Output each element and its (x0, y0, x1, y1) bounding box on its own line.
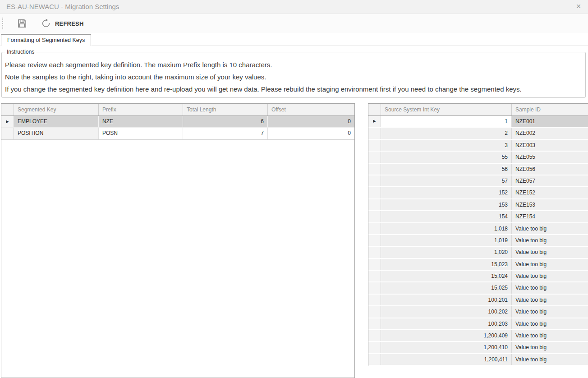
cell-sample-id[interactable]: NZE002 (512, 128, 588, 138)
table-row[interactable]: ▶ 1,020 Value too big (368, 247, 588, 258)
table-row[interactable]: ▶ 1,200,411 Value too big (368, 354, 588, 366)
cell-sample-id[interactable]: NZE056 (512, 164, 588, 175)
cell-source-system-int-key[interactable]: 3 (381, 140, 512, 151)
column-header-prefix[interactable]: Prefix (99, 104, 183, 115)
cell-source-system-int-key[interactable]: 153 (381, 199, 512, 210)
cell-sample-id[interactable]: NZE003 (512, 140, 588, 151)
toolbar-gripper[interactable] (2, 18, 3, 29)
cell-source-system-int-key[interactable]: 1,200,410 (381, 342, 512, 353)
cell-sample-id[interactable]: Value too big (512, 282, 588, 293)
cell-segmented-key[interactable]: POSITION (14, 128, 99, 139)
column-header-sample-id[interactable]: Sample ID (512, 104, 588, 115)
table-row[interactable]: ▶ 15,024 Value too big (368, 271, 588, 282)
table-row[interactable]: ▶ 1 NZE001 (368, 116, 588, 128)
cell-sample-id[interactable]: NZE001 (512, 116, 588, 127)
row-selector[interactable]: ▶ (368, 282, 381, 293)
table-row[interactable]: ▶ 154 NZE154 (368, 211, 588, 223)
table-row[interactable]: ▶ POSITION POSN 7 0 (1, 128, 354, 139)
cell-total-length[interactable]: 7 (183, 128, 268, 139)
column-header-segmented-key[interactable]: Segmented Key (14, 104, 99, 115)
cell-source-system-int-key[interactable]: 100,201 (381, 295, 512, 305)
table-row[interactable]: ▶ 1,200,409 Value too big (368, 330, 588, 342)
cell-sample-id[interactable]: NZE154 (512, 211, 588, 222)
row-selector[interactable]: ▶ (368, 152, 381, 162)
cell-sample-id[interactable]: Value too big (512, 223, 588, 234)
cell-sample-id[interactable]: Value too big (512, 342, 588, 353)
row-selector[interactable]: ▶ (368, 223, 381, 234)
table-row[interactable]: ▶ 15,025 Value too big (368, 282, 588, 294)
row-selector[interactable]: ▶ (1, 116, 14, 127)
cell-sample-id[interactable]: NZE152 (512, 187, 588, 198)
row-selector[interactable]: ▶ (368, 306, 381, 317)
cell-source-system-int-key[interactable]: 15,024 (381, 271, 512, 281)
table-row[interactable]: ▶ 15,023 Value too big (368, 259, 588, 271)
cell-source-system-int-key[interactable]: 57 (381, 175, 512, 186)
cell-sample-id[interactable]: Value too big (512, 271, 588, 281)
cell-source-system-int-key[interactable]: 1,200,409 (381, 330, 512, 341)
cell-source-system-int-key[interactable]: 100,203 (381, 318, 512, 329)
cell-prefix[interactable]: NZE (99, 116, 183, 127)
cell-sample-id[interactable]: Value too big (512, 318, 588, 329)
cell-offset[interactable]: 0 (268, 116, 354, 127)
cell-sample-id[interactable]: Value too big (512, 295, 588, 305)
cell-source-system-int-key[interactable]: 2 (381, 128, 512, 138)
row-selector[interactable]: ▶ (368, 259, 381, 270)
row-selector[interactable]: ▶ (368, 116, 381, 127)
table-row[interactable]: ▶ 152 NZE152 (368, 187, 588, 199)
cell-sample-id[interactable]: Value too big (512, 259, 588, 270)
table-row[interactable]: ▶ EMPLOYEE NZE 6 0 (1, 116, 354, 128)
cell-sample-id[interactable]: Value too big (512, 235, 588, 246)
cell-source-system-int-key[interactable]: 15,025 (381, 282, 512, 293)
cell-source-system-int-key[interactable]: 152 (381, 187, 512, 198)
row-selector[interactable]: ▶ (368, 342, 381, 353)
row-selector[interactable]: ▶ (368, 164, 381, 175)
table-row[interactable]: ▶ 55 NZE055 (368, 152, 588, 163)
row-selector[interactable]: ▶ (368, 295, 381, 305)
row-selector[interactable]: ▶ (368, 271, 381, 281)
row-selector[interactable]: ▶ (368, 175, 381, 186)
table-row[interactable]: ▶ 100,203 Value too big (368, 318, 588, 330)
table-row[interactable]: ▶ 100,202 Value too big (368, 306, 588, 318)
cell-total-length[interactable]: 6 (183, 116, 268, 127)
cell-source-system-int-key[interactable]: 15,023 (381, 259, 512, 270)
table-row[interactable]: ▶ 1,200,410 Value too big (368, 342, 588, 354)
column-header-offset[interactable]: Offset (268, 104, 354, 115)
cell-source-system-int-key[interactable]: 154 (381, 211, 512, 222)
row-selector[interactable]: ▶ (368, 211, 381, 222)
row-selector[interactable]: ▶ (368, 330, 381, 341)
row-selector[interactable]: ▶ (368, 318, 381, 329)
row-selector[interactable]: ▶ (368, 199, 381, 210)
tab-formatting-of-segmented-keys[interactable]: Formatting of Segmented Keys (1, 34, 91, 46)
cell-source-system-int-key[interactable]: 55 (381, 152, 512, 162)
table-row[interactable]: ▶ 1,018 Value too big (368, 223, 588, 235)
table-row[interactable]: ▶ 100,201 Value too big (368, 295, 588, 306)
row-selector[interactable]: ▶ (368, 247, 381, 258)
cell-segmented-key[interactable]: EMPLOYEE (14, 116, 99, 127)
cell-sample-id[interactable]: Value too big (512, 354, 588, 365)
cell-source-system-int-key[interactable]: 1,020 (381, 247, 512, 258)
cell-source-system-int-key[interactable]: 56 (381, 164, 512, 175)
cell-sample-id[interactable]: NZE153 (512, 199, 588, 210)
cell-source-system-int-key[interactable]: 1 (381, 116, 512, 127)
row-selector[interactable]: ▶ (368, 187, 381, 198)
cell-sample-id[interactable]: NZE057 (512, 175, 588, 186)
row-selector[interactable]: ▶ (1, 128, 14, 139)
cell-sample-id[interactable]: Value too big (512, 330, 588, 341)
close-icon[interactable]: × (571, 0, 586, 14)
cell-sample-id[interactable]: Value too big (512, 247, 588, 258)
refresh-button[interactable]: REFRESH (38, 17, 87, 30)
cell-source-system-int-key[interactable]: 100,202 (381, 306, 512, 317)
cell-prefix[interactable]: POSN (99, 128, 183, 139)
cell-source-system-int-key[interactable]: 1,200,411 (381, 354, 512, 365)
table-row[interactable]: ▶ 1,019 Value too big (368, 235, 588, 247)
row-selector[interactable]: ▶ (368, 235, 381, 246)
table-row[interactable]: ▶ 2 NZE002 (368, 128, 588, 139)
row-selector[interactable]: ▶ (368, 128, 381, 138)
table-row[interactable]: ▶ 56 NZE056 (368, 164, 588, 175)
table-row[interactable]: ▶ 57 NZE057 (368, 175, 588, 187)
cell-offset[interactable]: 0 (268, 128, 354, 139)
cell-source-system-int-key[interactable]: 1,018 (381, 223, 512, 234)
row-selector[interactable]: ▶ (368, 140, 381, 151)
column-header-total-length[interactable]: Total Length (183, 104, 268, 115)
cell-sample-id[interactable]: Value too big (512, 306, 588, 317)
